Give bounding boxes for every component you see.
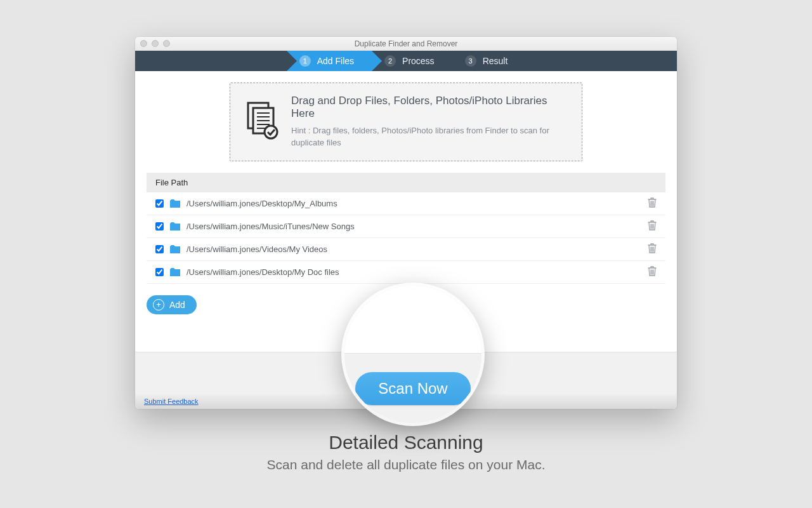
document-check-icon [244,102,280,142]
table-row: /Users/william.jones/Videos/My Videos [147,238,665,261]
folder-icon [170,199,180,208]
magnifier-overlay: Scan Now [344,286,481,423]
step-label: Result [483,56,508,66]
folder-icon [170,245,180,253]
step-label: Process [402,56,435,66]
scan-now-button-magnified[interactable]: Scan Now [355,372,470,405]
main-content: Drag and Drop Files, Folders, Photos/iPh… [135,71,677,314]
step-number: 2 [384,55,396,67]
svg-point-7 [265,126,277,138]
row-checkbox[interactable] [155,199,164,208]
table-header: File Path [147,173,665,192]
plus-icon: + [153,299,164,311]
row-checkbox[interactable] [155,245,164,253]
row-checkbox[interactable] [155,268,164,276]
stepper: 1 Add Files 2 Process 3 Result [135,51,677,71]
caption-title: Detailed Scanning [0,432,812,453]
file-path: /Users/william.jones/Desktop/My Doc file… [187,267,648,277]
file-path: /Users/william.jones/Music/iTunes/New So… [187,222,648,231]
step-label: Add Files [317,56,354,66]
submit-feedback-link[interactable]: Submit Feedback [144,398,199,405]
add-button-label: Add [169,300,185,310]
dropzone-title: Drag and Drop Files, Folders, Photos/iPh… [291,95,568,120]
table-row: /Users/william.jones/Music/iTunes/New So… [147,215,665,238]
trash-icon[interactable] [648,243,657,255]
step-result[interactable]: 3 Result [452,51,526,71]
folder-icon [170,268,180,276]
trash-icon[interactable] [648,197,657,210]
step-number: 1 [299,55,311,67]
caption-subtitle: Scan and delete all duplicate files on y… [0,457,812,472]
folder-icon [170,222,180,231]
dropzone-hint: Hint : Drag files, folders, Photos/iPhot… [291,125,568,149]
row-checkbox[interactable] [155,222,164,231]
step-add-files[interactable]: 1 Add Files [287,51,372,71]
add-button[interactable]: + Add [147,295,197,314]
marketing-caption: Detailed Scanning Scan and delete all du… [0,432,812,472]
trash-icon[interactable] [648,266,657,278]
dropzone[interactable]: Drag and Drop Files, Folders, Photos/iPh… [230,83,582,161]
file-table: File Path /Users/william.jones/Desktop/M… [147,173,665,284]
file-path: /Users/william.jones/Desktop/My_Albums [187,199,648,208]
trash-icon[interactable] [648,220,657,232]
step-process[interactable]: 2 Process [372,51,452,71]
titlebar: Duplicate Finder and Remover [135,37,677,51]
table-row: /Users/william.jones/Desktop/My_Albums [147,192,665,215]
window-title: Duplicate Finder and Remover [135,39,677,48]
magnifier-lens: Scan Now [344,286,481,423]
table-row: /Users/william.jones/Desktop/My Doc file… [147,261,665,284]
file-path: /Users/william.jones/Videos/My Videos [187,244,648,254]
step-number: 3 [465,55,476,67]
